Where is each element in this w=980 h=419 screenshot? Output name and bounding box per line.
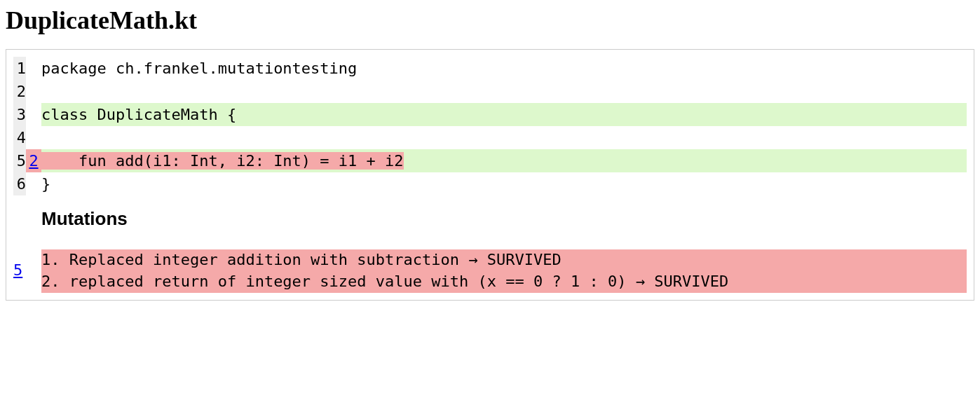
mutations-section: Mutations	[13, 195, 967, 249]
mutation-count-badge[interactable]: 2	[26, 149, 41, 172]
source-code: fun add(i1: Int, i2: Int) = i1 + i2	[41, 149, 967, 172]
line-number: 6	[13, 172, 26, 195]
mutation-line-ref: 5	[13, 249, 41, 293]
mutation-item: 1. Replaced integer addition with subtra…	[41, 249, 967, 271]
mutation-count-link[interactable]: 2	[29, 152, 38, 170]
source-line: 4	[13, 126, 967, 149]
survived-code-span: fun add(i1: Int, i2: Int) = i1 + i2	[41, 152, 404, 170]
mutation-group: 51. Replaced integer addition with subtr…	[13, 249, 967, 293]
line-number: 5	[13, 149, 26, 172]
mutation-list: 1. Replaced integer addition with subtra…	[41, 249, 967, 293]
source-code: package ch.frankel.mutationtesting	[41, 57, 967, 80]
line-number: 2	[13, 80, 26, 103]
source-code: }	[41, 172, 967, 195]
report-container: 1package ch.frankel.mutationtesting23cla…	[6, 49, 974, 301]
line-number: 1	[13, 57, 26, 80]
mutation-count-badge	[26, 80, 41, 103]
mutations-heading: Mutations	[41, 205, 967, 233]
mutation-count-badge	[26, 126, 41, 149]
source-code: class DuplicateMath {	[41, 103, 967, 126]
mutation-count-badge	[26, 172, 41, 195]
source-code-table: 1package ch.frankel.mutationtesting23cla…	[13, 57, 967, 195]
line-number: 4	[13, 126, 26, 149]
mutation-line-link[interactable]: 5	[13, 261, 22, 279]
source-code	[41, 126, 967, 149]
source-line: 6}	[13, 172, 967, 195]
source-line: 2	[13, 80, 967, 103]
source-line: 52 fun add(i1: Int, i2: Int) = i1 + i2	[13, 149, 967, 172]
mutation-count-badge	[26, 57, 41, 80]
source-code	[41, 80, 967, 103]
mutation-count-badge	[26, 103, 41, 126]
mutations-table: 51. Replaced integer addition with subtr…	[13, 249, 967, 293]
source-line: 1package ch.frankel.mutationtesting	[13, 57, 967, 80]
source-line: 3class DuplicateMath {	[13, 103, 967, 126]
page-title: DuplicateMath.kt	[6, 6, 974, 35]
mutation-item: 2. replaced return of integer sized valu…	[41, 271, 967, 293]
line-number: 3	[13, 103, 26, 126]
